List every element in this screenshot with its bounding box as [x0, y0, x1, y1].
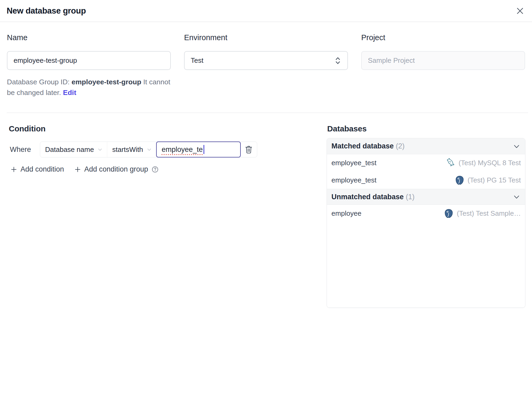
- help-circle-icon: [151, 166, 159, 173]
- text-caret: [203, 145, 204, 154]
- condition-section: Condition Where Database name startsWith…: [7, 124, 327, 173]
- add-condition-label: Add condition: [20, 165, 64, 173]
- plus-icon: [74, 166, 81, 173]
- condition-group: Database name startsWith employee_te: [40, 142, 257, 157]
- project-label: Project: [361, 33, 525, 42]
- postgresql-icon: [455, 175, 465, 185]
- delete-condition-button[interactable]: [241, 142, 257, 157]
- condition-field-value: Database name: [45, 146, 94, 154]
- name-input[interactable]: [7, 51, 171, 70]
- trash-icon: [245, 145, 253, 154]
- add-condition-group-button[interactable]: Add condition group: [74, 165, 159, 173]
- database-name: employee: [331, 209, 361, 218]
- unmatched-database-count: (1): [406, 193, 415, 201]
- database-row[interactable]: employee_test (Test) PG 15 Test: [327, 172, 525, 189]
- unmatched-database-header[interactable]: Unmatched database(1): [327, 189, 525, 205]
- condition-heading: Condition: [9, 124, 327, 133]
- instance-label: (Test) PG 15 Test: [468, 176, 521, 184]
- condition-row: Where Database name startsWith employee_…: [7, 142, 327, 157]
- mysql-icon: [445, 158, 456, 168]
- database-instance: (Test) MySQL 8 Test: [445, 158, 521, 168]
- page-title: New database group: [7, 6, 86, 16]
- unmatched-database-header-text: Unmatched database(1): [331, 193, 415, 201]
- chevron-down-icon: [97, 147, 103, 152]
- unmatched-database-title: Unmatched database: [331, 193, 404, 201]
- condition-value-text: employee_te: [162, 146, 203, 154]
- project-field-group: Project: [361, 33, 525, 98]
- name-label: Name: [7, 33, 171, 42]
- environment-selected-value: Test: [191, 56, 203, 65]
- databases-heading: Databases: [327, 124, 525, 133]
- matched-database-header[interactable]: Matched database(2): [327, 138, 525, 154]
- helper-prefix: Database Group ID:: [7, 78, 72, 86]
- plus-icon: [10, 166, 17, 173]
- environment-field-group: Environment Test: [184, 33, 348, 98]
- close-icon: [516, 6, 525, 15]
- chevron-updown-icon: [334, 56, 341, 65]
- group-id-value: employee-test-group: [72, 78, 141, 86]
- instance-label: (Test) MySQL 8 Test: [459, 159, 521, 167]
- chevron-down-icon: [513, 193, 520, 201]
- chevron-down-icon: [513, 143, 520, 150]
- database-instance: (Test) Test Sample…: [444, 209, 521, 219]
- group-id-helper: Database Group ID: employee-test-group I…: [7, 77, 171, 98]
- name-field-group: Name Database Group ID: employee-test-gr…: [7, 33, 171, 98]
- lower-section: Condition Where Database name startsWith…: [0, 113, 532, 308]
- panel-empty-space: [327, 222, 525, 307]
- form-row: Name Database Group ID: employee-test-gr…: [0, 22, 532, 98]
- environment-select[interactable]: Test: [184, 51, 348, 70]
- edit-link[interactable]: Edit: [63, 89, 76, 97]
- project-input: [361, 51, 525, 70]
- databases-section: Databases Matched database(2) employee_t…: [327, 124, 525, 308]
- database-name: employee_test: [331, 159, 376, 167]
- close-button[interactable]: [516, 6, 525, 15]
- add-condition-button[interactable]: Add condition: [10, 165, 64, 173]
- dialog-header: New database group: [0, 0, 532, 22]
- condition-actions: Add condition Add condition group: [10, 165, 327, 173]
- matched-database-count: (2): [396, 142, 405, 150]
- instance-label: (Test) Test Sample…: [457, 209, 521, 218]
- database-row[interactable]: employee_test (Test) MySQL 8 Test: [327, 154, 525, 172]
- database-name: employee_test: [331, 176, 376, 184]
- postgresql-icon: [444, 209, 454, 219]
- chevron-down-icon: [146, 147, 152, 152]
- new-database-group-dialog: New database group Name Database Group I…: [0, 0, 532, 399]
- matched-database-title: Matched database: [331, 142, 394, 150]
- add-condition-group-label: Add condition group: [84, 165, 148, 173]
- database-instance: (Test) PG 15 Test: [455, 175, 521, 185]
- condition-field-dropdown[interactable]: Database name: [40, 142, 107, 157]
- where-label: Where: [10, 146, 31, 154]
- condition-operator-dropdown[interactable]: startsWith: [107, 142, 156, 157]
- condition-operator-value: startsWith: [112, 146, 143, 154]
- databases-panel: Matched database(2) employee_test (Test)…: [327, 138, 525, 308]
- environment-label: Environment: [184, 33, 348, 42]
- database-row[interactable]: employee (Test) Test Sample…: [327, 205, 525, 222]
- condition-value-input[interactable]: employee_te: [156, 142, 241, 157]
- matched-database-header-text: Matched database(2): [331, 142, 405, 150]
